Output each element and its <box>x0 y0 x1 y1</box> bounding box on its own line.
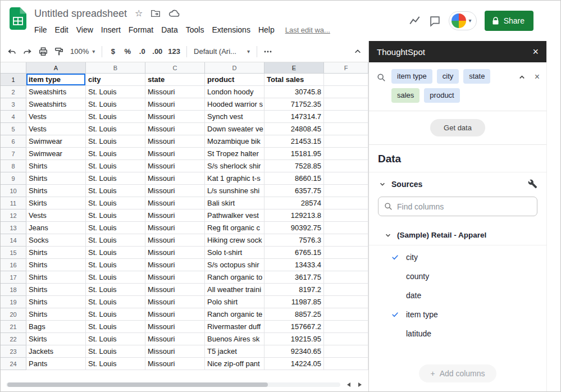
cell-E14[interactable]: 7576.3 <box>264 234 324 247</box>
scrollbar-thumb[interactable] <box>7 382 268 387</box>
cell-F4[interactable] <box>324 111 368 123</box>
col-header-C[interactable]: C <box>145 62 205 74</box>
cell-A13[interactable]: Jeans <box>26 222 86 234</box>
cell-A1[interactable]: item type <box>26 74 86 86</box>
cell-C8[interactable]: Missouri <box>145 160 205 172</box>
cell-C23[interactable]: Missouri <box>145 345 205 358</box>
collapse-toolbar-button[interactable] <box>350 44 365 59</box>
cell-B19[interactable]: St. Louis <box>86 296 145 308</box>
row-header-13[interactable]: 13 <box>1 222 26 234</box>
col-header-A[interactable]: A <box>26 62 86 74</box>
source-column-city[interactable]: city <box>369 248 546 267</box>
cell-E5[interactable]: 24808.45 <box>264 123 324 135</box>
search-token-sales[interactable]: sales <box>391 88 419 103</box>
search-token-city[interactable]: city <box>437 69 459 84</box>
cell-E13[interactable]: 90392.75 <box>264 222 324 234</box>
menu-file[interactable]: File <box>30 22 51 37</box>
cell-B3[interactable]: St. Louis <box>86 98 145 111</box>
cell-C3[interactable]: Missouri <box>145 98 205 111</box>
redo-button[interactable] <box>20 44 35 59</box>
cell-F15[interactable] <box>324 247 368 259</box>
cell-D13[interactable]: Reg fit organic c <box>205 222 264 234</box>
cell-C4[interactable]: Missouri <box>145 111 205 123</box>
cell-A12[interactable]: Vests <box>26 209 86 222</box>
cell-B8[interactable]: St. Louis <box>86 160 145 172</box>
row-header-10[interactable]: 10 <box>1 185 26 197</box>
cell-A5[interactable]: Vests <box>26 123 86 135</box>
row-header-8[interactable]: 8 <box>1 160 26 172</box>
cell-C9[interactable]: Missouri <box>145 172 205 185</box>
percent-format-button[interactable]: % <box>120 44 135 59</box>
panel-close-button[interactable]: × <box>532 47 539 57</box>
add-columns-button[interactable]: + Add columns <box>419 364 496 382</box>
cell-D24[interactable]: Nice zip-off pant <box>205 358 264 370</box>
menu-format[interactable]: Format <box>125 22 157 37</box>
cell-E21[interactable]: 157667.2 <box>264 321 324 333</box>
cell-B6[interactable]: St. Louis <box>86 135 145 148</box>
row-header-22[interactable]: 22 <box>1 333 26 345</box>
cell-F14[interactable] <box>324 234 368 247</box>
scroll-left-button[interactable] <box>346 382 352 388</box>
cell-C2[interactable]: Missouri <box>145 86 205 98</box>
cell-E6[interactable]: 21453.15 <box>264 135 324 148</box>
cell-C18[interactable]: Missouri <box>145 284 205 296</box>
cell-E2[interactable]: 30745.8 <box>264 86 324 98</box>
star-icon[interactable]: ☆ <box>135 9 143 18</box>
cell-B17[interactable]: St. Louis <box>86 271 145 284</box>
cell-F23[interactable] <box>324 345 368 358</box>
search-token-item-type[interactable]: item type <box>391 69 432 84</box>
source-column-date[interactable]: date <box>369 286 546 305</box>
cell-A19[interactable]: Shirts <box>26 296 86 308</box>
find-columns-input[interactable] <box>397 202 531 211</box>
cell-A16[interactable]: Shirts <box>26 259 86 271</box>
cell-E9[interactable]: 8660.15 <box>264 172 324 185</box>
cell-C19[interactable]: Missouri <box>145 296 205 308</box>
cell-B15[interactable]: St. Louis <box>86 247 145 259</box>
cell-D5[interactable]: Down sweater ve <box>205 123 264 135</box>
cell-F19[interactable] <box>324 296 368 308</box>
source-column-latitude[interactable]: latitude <box>369 324 546 343</box>
cell-D17[interactable]: Ranch organic to <box>205 271 264 284</box>
cell-B9[interactable]: St. Louis <box>86 172 145 185</box>
cell-D15[interactable]: Solo t-shirt <box>205 247 264 259</box>
row-header-6[interactable]: 6 <box>1 135 26 148</box>
cell-C10[interactable]: Missouri <box>145 185 205 197</box>
cell-D20[interactable]: Ranch organic te <box>205 308 264 321</box>
cell-B23[interactable]: St. Louis <box>86 345 145 358</box>
cell-A11[interactable]: Skirts <box>26 197 86 209</box>
cell-D11[interactable]: Bali skirt <box>205 197 264 209</box>
cell-B5[interactable]: St. Louis <box>86 123 145 135</box>
row-header-23[interactable]: 23 <box>1 345 26 358</box>
cell-D22[interactable]: Buenos Aires sk <box>205 333 264 345</box>
row-header-16[interactable]: 16 <box>1 259 26 271</box>
cell-B10[interactable]: St. Louis <box>86 185 145 197</box>
cell-B11[interactable]: St. Louis <box>86 197 145 209</box>
comments-icon[interactable] <box>429 15 441 27</box>
horizontal-scrollbar[interactable] <box>1 380 368 389</box>
cell-C6[interactable]: Missouri <box>145 135 205 148</box>
search-token-product[interactable]: product <box>424 88 459 103</box>
get-data-button[interactable]: Get data <box>430 119 485 136</box>
row-header-20[interactable]: 20 <box>1 308 26 321</box>
cell-B22[interactable]: St. Louis <box>86 333 145 345</box>
cell-E20[interactable]: 8857.25 <box>264 308 324 321</box>
cell-C17[interactable]: Missouri <box>145 271 205 284</box>
cell-A23[interactable]: Jackets <box>26 345 86 358</box>
cell-E24[interactable]: 14224.05 <box>264 358 324 370</box>
cell-A4[interactable]: Vests <box>26 111 86 123</box>
cell-D7[interactable]: St Tropez halter <box>205 148 264 160</box>
row-header-2[interactable]: 2 <box>1 86 26 98</box>
font-select[interactable]: Default (Ari... ▾ <box>190 44 253 59</box>
select-all-corner[interactable] <box>1 62 26 74</box>
more-formats-button[interactable]: 123 <box>165 44 183 59</box>
cell-E19[interactable]: 11987.85 <box>264 296 324 308</box>
cell-D14[interactable]: Hiking crew sock <box>205 234 264 247</box>
cell-F10[interactable] <box>324 185 368 197</box>
paint-format-button[interactable] <box>51 44 67 59</box>
cell-C20[interactable]: Missouri <box>145 308 205 321</box>
cell-F1[interactable] <box>324 74 368 86</box>
account-menu[interactable]: ▾ <box>449 11 477 30</box>
cell-D12[interactable]: Pathwalker vest <box>205 209 264 222</box>
cell-E22[interactable]: 19215.95 <box>264 333 324 345</box>
scrollbar-track[interactable] <box>6 382 340 387</box>
